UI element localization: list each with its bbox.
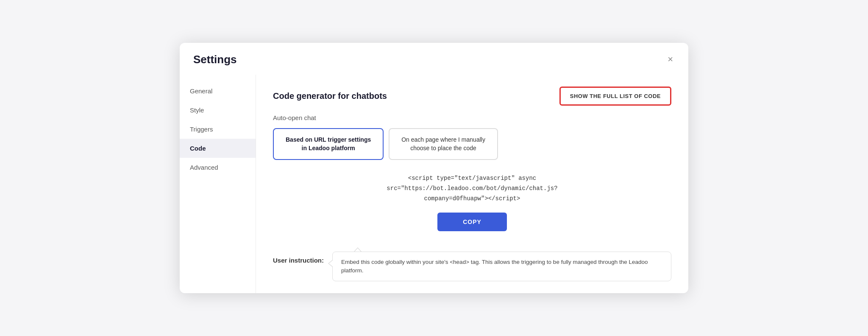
user-instruction-section: User instruction: Embed this code global…	[273, 245, 671, 282]
user-instruction-label: User instruction:	[273, 252, 324, 264]
toggle-option-url-trigger[interactable]: Based on URL trigger settingsin Leadoo p…	[273, 128, 384, 160]
sidebar-item-general[interactable]: General	[180, 81, 256, 101]
code-area: <script type="text/javascript" async src…	[273, 174, 671, 231]
settings-modal: Settings × General Style Triggers Code A…	[180, 43, 688, 293]
main-content: Code generator for chatbots SHOW THE FUL…	[256, 75, 688, 293]
section-title: Code generator for chatbots	[273, 91, 387, 101]
toggle-option-manual[interactable]: On each page where I manuallychoose to p…	[389, 128, 498, 160]
auto-open-label: Auto-open chat	[273, 114, 671, 121]
close-button[interactable]: ×	[666, 53, 675, 66]
modal-body: General Style Triggers Code Advanced Cod…	[180, 75, 688, 293]
sidebar-item-style[interactable]: Style	[180, 101, 256, 120]
modal-title: Settings	[193, 53, 237, 66]
content-header: Code generator for chatbots SHOW THE FUL…	[273, 87, 671, 106]
sidebar-item-advanced[interactable]: Advanced	[180, 158, 256, 177]
bubble-pointer	[353, 247, 362, 252]
sidebar-item-triggers[interactable]: Triggers	[180, 120, 256, 139]
copy-button[interactable]: COPY	[437, 213, 507, 231]
toggle-options: Based on URL trigger settingsin Leadoo p…	[273, 128, 671, 160]
show-full-list-button[interactable]: SHOW THE FULL LIST OF CODE	[559, 87, 671, 106]
instruction-bubble-wrapper: Embed this code globally within your sit…	[332, 252, 671, 282]
sidebar: General Style Triggers Code Advanced	[180, 75, 256, 293]
instruction-bubble: Embed this code globally within your sit…	[332, 252, 671, 282]
sidebar-item-code[interactable]: Code	[180, 139, 256, 158]
code-snippet: <script type="text/javascript" async src…	[387, 174, 557, 204]
modal-header: Settings ×	[180, 43, 688, 75]
